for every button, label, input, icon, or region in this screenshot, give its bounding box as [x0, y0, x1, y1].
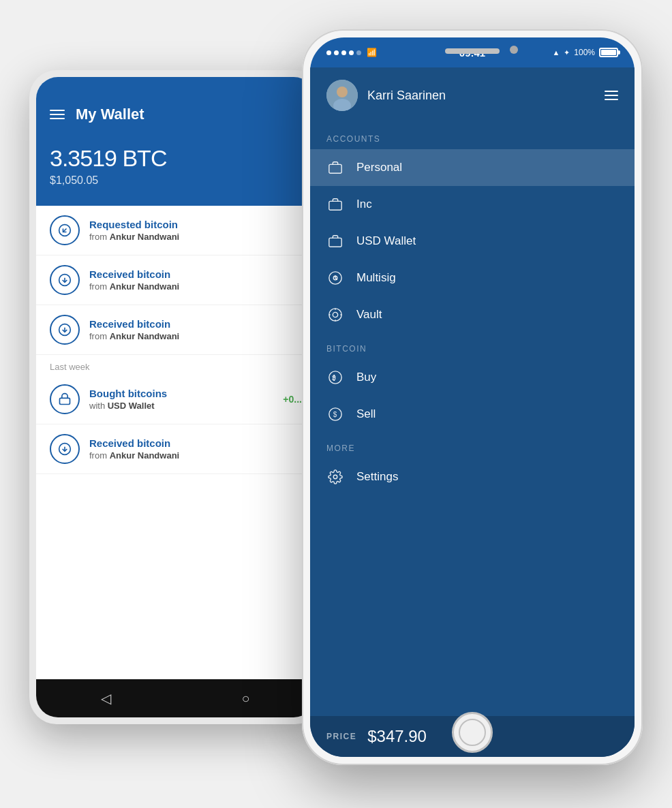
wifi-icon: 📶	[367, 48, 377, 57]
svg-rect-11	[329, 164, 341, 173]
txn-item-receive-1[interactable]: Received bitcoin from Ankur Nandwani	[36, 255, 316, 305]
android-header: My Wallet	[36, 96, 316, 136]
android-header-title: My Wallet	[76, 106, 144, 123]
txn-details: Requested bitcoin from Ankur Nandwani	[89, 219, 302, 242]
txn-item-receive-3[interactable]: Received bitcoin from Ankur Nandwani	[36, 424, 316, 474]
iphone-home-button[interactable]	[452, 712, 493, 753]
sidebar-item-label-multisig: Multisig	[356, 271, 396, 285]
sell-bitcoin-icon: $	[326, 405, 344, 423]
accounts-section-label: ACCOUNTS	[310, 123, 635, 149]
buy-bitcoin-icon: ₿	[326, 369, 344, 386]
txn-receive-icon-1	[50, 265, 80, 295]
battery-pct: 100%	[574, 48, 595, 57]
txn-title-3: Received bitcoin	[89, 318, 302, 330]
sidebar-item-label-buy: Buy	[356, 371, 376, 384]
iphone: 📶 09:41 ▲ ✦ 100%	[302, 29, 643, 765]
status-left: 📶	[326, 48, 377, 57]
sidebar-item-multisig[interactable]: Multisig	[310, 260, 635, 296]
battery-fill	[601, 50, 616, 55]
sidebar-item-label-inc: Inc	[356, 198, 372, 211]
sidebar-item-settings[interactable]: Settings	[310, 459, 635, 495]
sidebar-item-label-vault: Vault	[356, 308, 382, 322]
scene: My Wallet 3.3519 BTC $1,050.05	[29, 29, 643, 779]
usd-wallet-icon	[326, 232, 344, 250]
svg-point-9	[337, 87, 348, 97]
txn-item-receive-2[interactable]: Received bitcoin from Ankur Nandwani	[36, 305, 316, 355]
sidebar-item-label-settings: Settings	[356, 470, 398, 484]
price-label: PRICE	[326, 732, 356, 741]
multisig-icon	[326, 269, 344, 287]
signal-dot-3	[341, 50, 346, 55]
txn-details-receive-3: Received bitcoin from Ankur Nandwani	[89, 437, 302, 461]
svg-rect-13	[329, 238, 341, 247]
sidebar-item-buy[interactable]: ₿ Buy	[310, 359, 635, 396]
settings-icon	[326, 468, 344, 486]
iphone-speaker	[445, 48, 500, 54]
txn-details-3: Received bitcoin from Ankur Nandwani	[89, 318, 302, 341]
svg-point-17	[333, 312, 337, 317]
signal-dot-4	[349, 50, 354, 55]
txn-receive-icon-2	[50, 315, 80, 345]
android-transactions: Requested bitcoin from Ankur Nandwani	[36, 206, 316, 474]
android-back-button[interactable]: ◁	[93, 685, 120, 712]
vault-icon	[326, 306, 344, 324]
txn-sub-buy: with USD Wallet	[89, 401, 273, 411]
user-avatar	[326, 80, 358, 111]
bitcoin-section-label: BITCOIN	[310, 333, 635, 359]
sidebar-user-row[interactable]: Karri Saarinen	[310, 67, 635, 123]
sidebar-item-label-personal: Personal	[356, 161, 402, 174]
signal-dot-5	[356, 50, 361, 55]
txn-item-request[interactable]: Requested bitcoin from Ankur Nandwani	[36, 206, 316, 255]
svg-rect-5	[60, 398, 70, 404]
hamburger-icon[interactable]	[50, 110, 65, 119]
txn-sub-2: from Ankur Nandwani	[89, 281, 302, 292]
iphone-shell: 📶 09:41 ▲ ✦ 100%	[310, 37, 635, 757]
sidebar-hamburger-button[interactable]	[605, 91, 618, 100]
sidebar-item-sell[interactable]: $ Sell	[310, 396, 635, 433]
price-value: $347.90	[367, 727, 427, 746]
txn-title-buy: Bought bitcoins	[89, 388, 273, 399]
sidebar-item-usd[interactable]: USD Wallet	[310, 223, 635, 260]
signal-dot-1	[326, 50, 331, 55]
txn-amount: +0...	[283, 394, 302, 405]
user-name: Karri Saarinen	[367, 89, 595, 103]
svg-text:₿: ₿	[332, 374, 336, 382]
txn-buy-icon	[50, 384, 80, 414]
svg-point-16	[329, 309, 341, 321]
sidebar-item-inc[interactable]: Inc	[310, 186, 635, 223]
bluetooth-icon: ✦	[564, 48, 570, 57]
sidebar-item-label-sell: Sell	[356, 407, 376, 421]
txn-title-2: Received bitcoin	[89, 268, 302, 280]
txn-sub-3: from Ankur Nandwani	[89, 331, 302, 341]
android-balance-section: 3.3519 BTC $1,050.05	[36, 136, 316, 206]
iphone-camera	[510, 46, 518, 54]
android-usd-amount: $1,050.05	[50, 174, 302, 187]
svg-text:$: $	[333, 411, 337, 418]
txn-request-icon	[50, 215, 80, 245]
svg-rect-12	[329, 201, 341, 210]
location-icon: ▲	[552, 48, 560, 57]
section-label-last-week: Last week	[36, 355, 316, 375]
svg-point-26	[333, 475, 337, 479]
android-phone-inner: My Wallet 3.3519 BTC $1,050.05	[36, 77, 316, 717]
inc-wallet-icon	[326, 196, 344, 213]
sidebar-item-personal[interactable]: Personal	[310, 149, 635, 186]
txn-sub-receive-3: from Ankur Nandwani	[89, 450, 302, 461]
battery-icon	[599, 48, 618, 57]
txn-title-receive-3: Received bitcoin	[89, 437, 302, 449]
signal-dot-2	[334, 50, 339, 55]
status-right: ▲ ✦ 100%	[552, 48, 618, 57]
personal-wallet-icon	[326, 159, 344, 176]
sidebar-item-label-usd: USD Wallet	[356, 234, 416, 248]
iphone-sidebar: Karri Saarinen ACCOUNTS Personal	[310, 67, 635, 757]
android-btc-amount: 3.3519 BTC	[50, 145, 302, 172]
more-section-label: MORE	[310, 433, 635, 459]
txn-title: Requested bitcoin	[89, 219, 302, 230]
txn-item-buy[interactable]: Bought bitcoins with USD Wallet +0...	[36, 375, 316, 424]
android-home-button[interactable]: ○	[232, 685, 260, 712]
sidebar-item-vault[interactable]: Vault	[310, 296, 635, 333]
txn-receive-icon-3	[50, 434, 80, 464]
android-phone: My Wallet 3.3519 BTC $1,050.05	[29, 70, 322, 724]
android-status-bar	[36, 77, 316, 96]
txn-details-2: Received bitcoin from Ankur Nandwani	[89, 268, 302, 292]
